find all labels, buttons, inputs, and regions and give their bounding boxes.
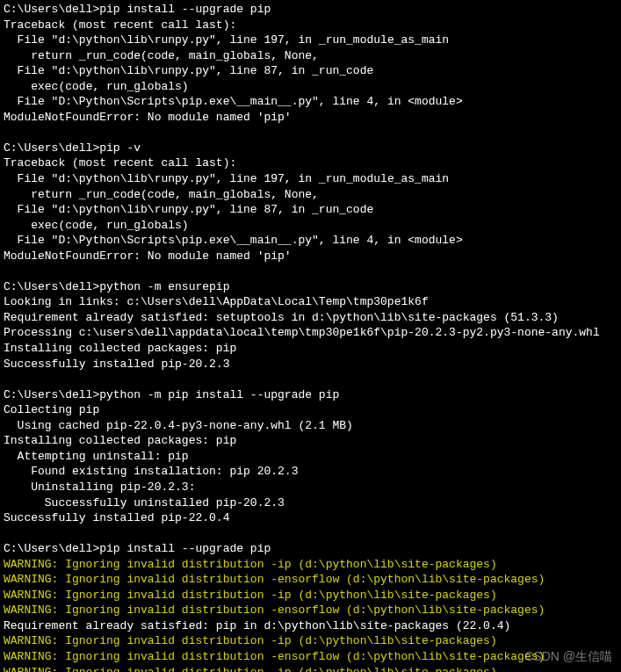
terminal-line: Successfully uninstalled pip-20.2.3: [4, 495, 617, 511]
terminal-line: File "d:\python\lib\runpy.py", line 87, …: [4, 202, 617, 218]
terminal-line: File "D:\Python\Scripts\pip.exe\__main__…: [4, 94, 617, 110]
terminal-line: [4, 372, 617, 387]
terminal-line: Attempting uninstall: pip: [4, 449, 617, 465]
terminal-line: ModuleNotFoundError: No module named 'pi…: [4, 110, 617, 126]
terminal-line: Requirement already satisfied: pip in d:…: [4, 618, 617, 634]
terminal-line: WARNING: Ignoring invalid distribution -…: [4, 603, 617, 618]
terminal-line: Successfully installed pip-20.2.3: [4, 357, 617, 372]
terminal-line: exec(code, run_globals): [4, 218, 617, 234]
terminal-line: WARNING: Ignoring invalid distribution -…: [4, 588, 617, 603]
terminal-line: File "d:\python\lib\runpy.py", line 87, …: [4, 63, 617, 79]
terminal-line: Traceback (most recent call last):: [4, 155, 617, 171]
terminal-line: Looking in links: c:\Users\dell\AppData\…: [4, 294, 617, 310]
terminal-line: Using cached pip-22.0.4-py3-none-any.whl…: [4, 418, 617, 434]
terminal-line: return _run_code(code, main_globals, Non…: [4, 48, 617, 64]
terminal-line: Processing c:\users\dell\appdata\local\t…: [4, 325, 617, 341]
terminal-line: Installing collected packages: pip: [4, 433, 617, 449]
terminal-line: Uninstalling pip-20.2.3:: [4, 480, 617, 495]
terminal-line: C:\Users\dell>python -m ensurepip: [4, 279, 617, 295]
terminal-line: C:\Users\dell>pip install --upgrade pip: [4, 2, 617, 18]
terminal-line: Successfully installed pip-22.0.4: [4, 510, 617, 526]
watermark-text: CSDN @生信喵: [524, 648, 612, 665]
terminal-line: [4, 125, 617, 141]
terminal-line: WARNING: Ignoring invalid distribution -…: [4, 557, 617, 573]
terminal-line: WARNING: Ignoring invalid distribution -…: [4, 572, 617, 588]
terminal-line: [4, 264, 617, 279]
terminal-line: File "d:\python\lib\runpy.py", line 197,…: [4, 171, 617, 187]
terminal-line: WARNING: Ignoring invalid distribution -…: [4, 665, 617, 672]
terminal-line: ModuleNotFoundError: No module named 'pi…: [4, 249, 617, 264]
terminal-line: return _run_code(code, main_globals, Non…: [4, 187, 617, 203]
terminal-line: [4, 526, 617, 542]
terminal-line: exec(code, run_globals): [4, 79, 617, 95]
terminal-line: C:\Users\dell>python -m pip install --up…: [4, 387, 617, 403]
terminal-line: File "d:\python\lib\runpy.py", line 197,…: [4, 33, 617, 48]
terminal-line: Found existing installation: pip 20.2.3: [4, 464, 617, 480]
terminal-line: File "D:\Python\Scripts\pip.exe\__main__…: [4, 233, 617, 249]
terminal-line: C:\Users\dell>pip install --upgrade pip: [4, 541, 617, 557]
terminal-line: WARNING: Ignoring invalid distribution -…: [4, 633, 617, 649]
terminal-line: Installing collected packages: pip: [4, 341, 617, 357]
terminal-line: Traceback (most recent call last):: [4, 18, 617, 33]
terminal-output[interactable]: C:\Users\dell>pip install --upgrade pipT…: [4, 2, 617, 672]
terminal-line: C:\Users\dell>pip -v: [4, 141, 617, 156]
terminal-line: Requirement already satisfied: setuptool…: [4, 310, 617, 326]
terminal-line: Collecting pip: [4, 402, 617, 418]
